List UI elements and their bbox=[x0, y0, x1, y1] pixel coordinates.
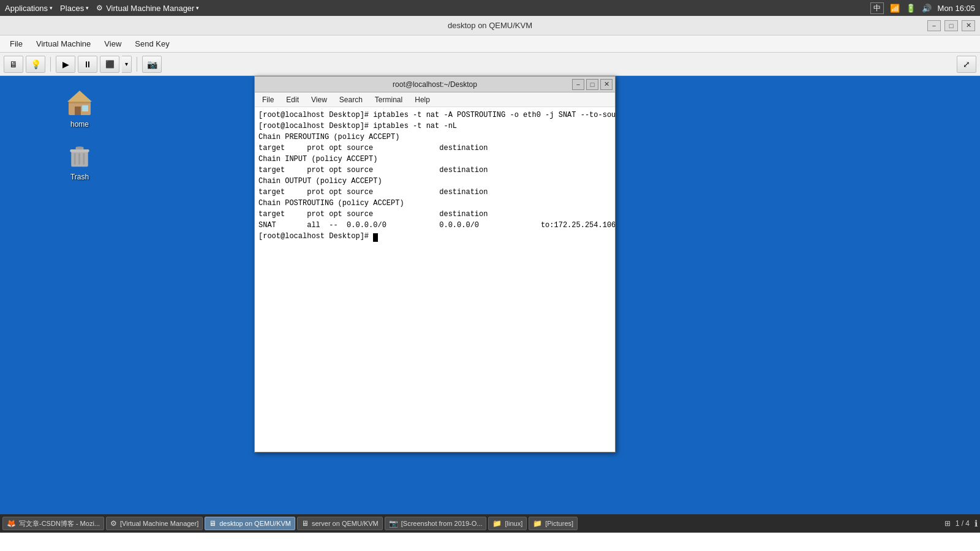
desktop-icons: home Trash bbox=[0, 76, 159, 533]
firefox-icon: 🦊 bbox=[7, 519, 16, 528]
vm-titlebar: desktop on QEMU/KVM − □ ✕ bbox=[0, 16, 980, 36]
places-label: Places bbox=[60, 4, 84, 13]
volume-icon[interactable]: 🔊 bbox=[922, 4, 932, 13]
system-topbar: Applications ▾ Places ▾ ⚙ Virtual Machin… bbox=[0, 0, 980, 16]
svg-marker-1 bbox=[67, 91, 92, 102]
toolbar-stop-dropdown[interactable]: ▾ bbox=[122, 56, 132, 73]
svg-rect-2 bbox=[75, 107, 81, 115]
taskbar-vm-manager-label: [Virtual Machine Manager] bbox=[120, 520, 198, 527]
terminal-body[interactable]: [root@localhost Desktop]# iptables -t na… bbox=[255, 107, 615, 452]
taskbar-pictures-label: [Pictures] bbox=[545, 520, 573, 527]
taskbar-item-screenshot[interactable]: 📷 [Screenshot from 2019-O... bbox=[385, 517, 487, 530]
terminal-minimize-button[interactable]: − bbox=[572, 79, 584, 90]
terminal-cursor bbox=[373, 233, 378, 242]
vm-manager-icon: ⚙ bbox=[96, 4, 103, 12]
term-menu-search[interactable]: Search bbox=[334, 94, 368, 105]
vm-manager-arrow: ▾ bbox=[196, 5, 199, 11]
main-desktop: home Trash bbox=[0, 76, 980, 533]
terminal-controls: − □ ✕ bbox=[572, 79, 612, 90]
terminal-title: root@localhost:~/Desktop bbox=[393, 80, 477, 89]
applications-menu[interactable]: Applications ▾ bbox=[5, 4, 53, 13]
places-menu[interactable]: Places ▾ bbox=[60, 4, 89, 13]
topbar-right: 中 📶 🔋 🔊 Mon 16:05 bbox=[870, 2, 975, 14]
desktop-icon-trash[interactable]: Trash bbox=[65, 141, 94, 181]
terminal-titlebar: root@localhost:~/Desktop − □ ✕ bbox=[255, 77, 615, 92]
wifi-icon[interactable]: 📶 bbox=[890, 4, 900, 13]
svg-rect-9 bbox=[78, 153, 80, 164]
notification-icon[interactable]: ℹ bbox=[974, 519, 978, 528]
terminal-restore-button[interactable]: □ bbox=[586, 79, 598, 90]
terminal-line: [root@localhost Desktop]# bbox=[258, 231, 611, 242]
desktop-kvm-icon: 🖥 bbox=[209, 519, 216, 528]
toolbar-bulb-button[interactable]: 💡 bbox=[26, 56, 45, 73]
terminal-line: target prot opt source destination bbox=[258, 209, 611, 220]
trash-label: Trash bbox=[70, 173, 89, 181]
menu-file[interactable]: File bbox=[4, 38, 29, 50]
applications-label: Applications bbox=[5, 4, 48, 13]
pager-label: 1 / 4 bbox=[956, 519, 970, 528]
term-menu-file[interactable]: File bbox=[257, 94, 279, 105]
toolbar-monitor-button[interactable]: 🖥 bbox=[4, 56, 23, 73]
pager-icon[interactable]: ⊞ bbox=[944, 519, 951, 528]
taskbar-screenshot-label: [Screenshot from 2019-O... bbox=[401, 520, 483, 527]
screenshot-icon: 📷 bbox=[389, 519, 398, 528]
svg-rect-3 bbox=[82, 105, 88, 111]
toolbar-play-button[interactable]: ▶ bbox=[56, 56, 75, 73]
battery-icon: 🔋 bbox=[906, 4, 916, 13]
terminal-line: [root@localhost Desktop]# iptables -t na… bbox=[258, 110, 611, 121]
toolbar-fullscreen-button[interactable]: ⤢ bbox=[957, 56, 976, 73]
terminal-close-button[interactable]: ✕ bbox=[600, 79, 612, 90]
term-menu-terminal[interactable]: Terminal bbox=[370, 94, 407, 105]
home-icon bbox=[65, 88, 94, 118]
places-arrow: ▾ bbox=[86, 5, 89, 11]
lang-indicator[interactable]: 中 bbox=[870, 2, 884, 14]
menu-send-key[interactable]: Send Key bbox=[129, 38, 175, 50]
vm-manager-taskbar-icon: ⚙ bbox=[110, 519, 117, 528]
taskbar-item-virt-manager[interactable]: ⚙ [Virtual Machine Manager] bbox=[106, 517, 203, 530]
taskbar-item-pictures[interactable]: 📁 [Pictures] bbox=[529, 517, 578, 530]
term-menu-edit[interactable]: Edit bbox=[281, 94, 304, 105]
vm-manager-menu[interactable]: ⚙ Virtual Machine Manager ▾ bbox=[96, 4, 199, 13]
svg-rect-10 bbox=[83, 153, 85, 164]
terminal-line: Chain PREROUTING (policy ACCEPT) bbox=[258, 132, 611, 143]
term-menu-view[interactable]: View bbox=[306, 94, 332, 105]
terminal-menubar: File Edit View Search Terminal Help bbox=[255, 92, 615, 107]
terminal-line: Chain POSTROUTING (policy ACCEPT) bbox=[258, 198, 611, 209]
taskbar-item-csdn[interactable]: 🦊 写文章-CSDN博客 - Mozi... bbox=[2, 517, 104, 530]
toolbar-screenshot-button[interactable]: 📷 bbox=[142, 56, 162, 73]
vm-window-title: desktop on QEMU/KVM bbox=[448, 21, 532, 30]
taskbar-item-server-kvm[interactable]: 🖥 server on QEMU/KVM bbox=[297, 517, 383, 530]
svg-point-11 bbox=[76, 146, 84, 149]
server-kvm-icon: 🖥 bbox=[301, 519, 309, 528]
toolbar-stop-button[interactable]: ⬛ bbox=[100, 56, 119, 73]
taskbar-csdn-label: 写文章-CSDN博客 - Mozi... bbox=[19, 519, 100, 528]
topbar-left: Applications ▾ Places ▾ ⚙ Virtual Machin… bbox=[5, 4, 199, 13]
terminal-line: target prot opt source destination bbox=[258, 165, 611, 176]
toolbar-pause-button[interactable]: ⏸ bbox=[78, 56, 97, 73]
terminal-window: root@localhost:~/Desktop − □ ✕ File Edit… bbox=[254, 76, 616, 452]
taskbar-right: ⊞ 1 / 4 ℹ bbox=[944, 519, 978, 528]
toolbar-separator-1 bbox=[50, 57, 51, 72]
vm-restore-button[interactable]: □ bbox=[944, 20, 958, 31]
datetime-label: Mon 16:05 bbox=[938, 4, 975, 13]
taskbar: 🦊 写文章-CSDN博客 - Mozi... ⚙ [Virtual Machin… bbox=[0, 514, 980, 533]
home-label: home bbox=[70, 120, 89, 129]
linux-folder-icon: 📁 bbox=[492, 519, 502, 528]
svg-rect-4 bbox=[69, 102, 91, 103]
vm-menubar: File Virtual Machine View Send Key bbox=[0, 36, 980, 53]
terminal-line: Chain INPUT (policy ACCEPT) bbox=[258, 154, 611, 165]
terminal-line: SNAT all -- 0.0.0.0/0 0.0.0.0/0 to:172.2… bbox=[258, 220, 611, 231]
taskbar-server-kvm-label: server on QEMU/KVM bbox=[312, 520, 379, 527]
menu-view[interactable]: View bbox=[98, 38, 127, 50]
svg-rect-8 bbox=[74, 153, 76, 164]
term-menu-help[interactable]: Help bbox=[410, 94, 435, 105]
taskbar-item-linux[interactable]: 📁 [linux] bbox=[488, 517, 527, 530]
desktop-icon-home[interactable]: home bbox=[65, 88, 94, 129]
vm-toolbar: 🖥 💡 ▶ ⏸ ⬛ ▾ 📷 ⤢ bbox=[0, 53, 980, 76]
vm-close-button[interactable]: ✕ bbox=[962, 20, 975, 31]
menu-virtual-machine[interactable]: Virtual Machine bbox=[30, 38, 97, 50]
pictures-folder-icon: 📁 bbox=[533, 519, 542, 528]
vm-minimize-button[interactable]: − bbox=[927, 20, 941, 31]
virt-manager-window: desktop on QEMU/KVM − □ ✕ File Virtual M… bbox=[0, 16, 980, 76]
taskbar-item-desktop-kvm[interactable]: 🖥 desktop on QEMU/KVM bbox=[205, 517, 295, 530]
